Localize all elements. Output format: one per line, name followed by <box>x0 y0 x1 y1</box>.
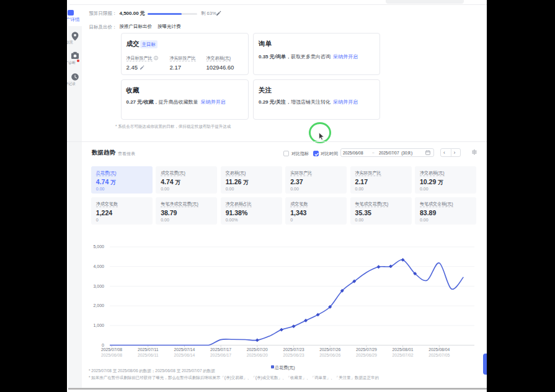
svg-text:2025/06/26: 2025/06/26 <box>319 353 340 357</box>
svg-text:2025/06/29: 2025/06/29 <box>356 353 377 357</box>
svg-text:2,000: 2,000 <box>93 303 104 308</box>
svg-text:2025/07/05: 2025/07/05 <box>428 353 450 357</box>
svg-text:2025/07/11: 2025/07/11 <box>138 347 159 352</box>
svg-text:2025/08/04: 2025/08/04 <box>428 347 450 352</box>
svg-text:2025/07/20: 2025/07/20 <box>247 347 268 352</box>
svg-text:4,000: 4,000 <box>93 264 104 269</box>
svg-text:2025/07/23: 2025/07/23 <box>283 347 304 352</box>
svg-text:3,000: 3,000 <box>93 284 104 288</box>
svg-text:2025/07/26: 2025/07/26 <box>319 347 340 352</box>
svg-text:2025/07/02: 2025/07/02 <box>393 353 414 357</box>
svg-text:2025/07/29: 2025/07/29 <box>356 347 377 352</box>
svg-text:5,000: 5,000 <box>93 244 104 249</box>
svg-text:2025/06/08: 2025/06/08 <box>101 353 122 357</box>
svg-text:2025/07/17: 2025/07/17 <box>210 347 231 352</box>
svg-text:2025/06/23: 2025/06/23 <box>283 353 304 357</box>
svg-text:2025/06/20: 2025/06/20 <box>247 353 268 357</box>
svg-text:2025/06/17: 2025/06/17 <box>210 353 231 357</box>
svg-text:2025/06/14: 2025/06/14 <box>174 353 195 357</box>
svg-text:2025/07/14: 2025/07/14 <box>174 347 195 352</box>
svg-text:1,000: 1,000 <box>93 323 104 327</box>
svg-text:2025/07/08: 2025/07/08 <box>101 347 122 352</box>
svg-text:2025/06/11: 2025/06/11 <box>138 353 159 357</box>
svg-text:2025/08/01: 2025/08/01 <box>393 347 414 352</box>
